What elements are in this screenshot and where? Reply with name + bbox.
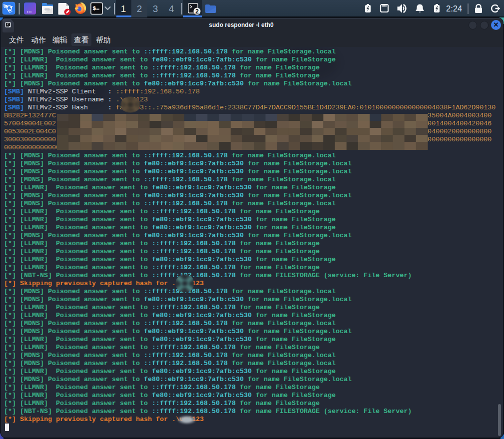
svg-text:3: 3 bbox=[153, 3, 158, 14]
svg-text:$: $ bbox=[93, 5, 96, 11]
svg-text:4: 4 bbox=[169, 3, 174, 14]
svg-text:1: 1 bbox=[121, 3, 126, 14]
svg-text:2: 2 bbox=[195, 8, 199, 15]
svg-text:2: 2 bbox=[137, 3, 142, 14]
svg-text:2:24: 2:24 bbox=[446, 4, 462, 13]
